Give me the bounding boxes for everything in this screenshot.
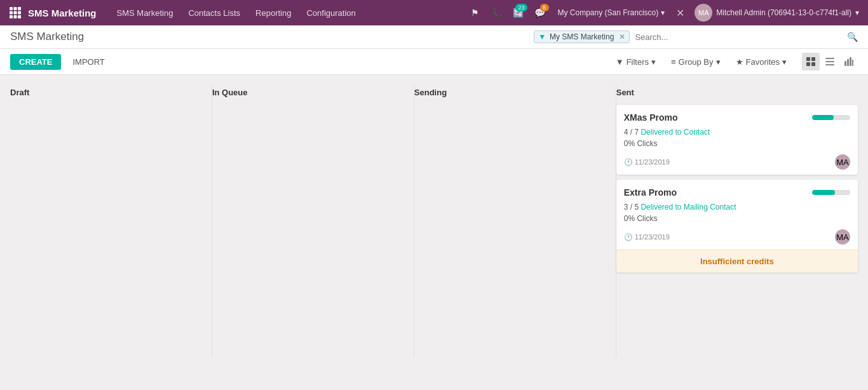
refresh-icon[interactable]: 🔄 23: [510, 4, 527, 22]
delivered-total-xmas: 7: [634, 128, 639, 137]
filter-tag-text: My SMS Marketing: [550, 32, 614, 41]
column-header-sending: Sending: [414, 85, 616, 105]
company-chevron-icon: ▾: [661, 8, 665, 17]
card-body-xmas: XMas Promo 4 / 7 Delivered to Contact 0%…: [616, 105, 858, 175]
user-menu[interactable]: MA Mitchell Admin (706941-13-0-c774f1-al…: [691, 4, 863, 22]
search-area: ▼ My SMS Marketing ✕: [429, 30, 848, 43]
search-icon[interactable]: 🔍: [847, 32, 858, 42]
chat-badge: 8: [540, 4, 549, 11]
filters-chevron-icon: ▾: [651, 57, 656, 67]
card-footer-extra: 🕐 11/23/2019 MA: [624, 227, 850, 245]
svg-rect-6: [10, 15, 13, 18]
import-button[interactable]: IMPORT: [66, 54, 111, 70]
card-avatar-extra: MA: [835, 229, 850, 245]
delivered-count-extra: 3: [624, 203, 628, 212]
svg-rect-12: [811, 62, 815, 66]
column-divider-2: [414, 85, 414, 357]
delivered-total-extra: 5: [634, 203, 639, 212]
top-nav: SMS Marketing SMS Marketing Contacts Lis…: [0, 0, 868, 25]
card-title-extra: Extra Promo: [624, 187, 677, 198]
svg-rect-9: [806, 57, 810, 61]
svg-rect-4: [14, 11, 17, 15]
nav-brand: SMS Marketing: [28, 8, 97, 18]
star-icon: ★: [736, 57, 743, 67]
groupby-label: Group By: [679, 57, 714, 67]
search-input[interactable]: [635, 32, 742, 42]
nav-link-configuration[interactable]: Configuration: [299, 0, 363, 25]
progress-bar-xmas: [812, 115, 850, 120]
filters-button[interactable]: ▼ Filters ▾: [611, 55, 661, 69]
card-top-xmas: XMas Promo: [624, 112, 850, 123]
progress-bar-fill-xmas: [812, 115, 834, 120]
clock-icon-extra: 🕐: [624, 233, 633, 241]
nav-link-reporting[interactable]: Reporting: [248, 0, 299, 25]
filter-tag-remove[interactable]: ✕: [619, 32, 625, 41]
filters-icon: ▼: [616, 57, 624, 67]
svg-rect-18: [850, 57, 851, 66]
svg-rect-17: [847, 59, 849, 66]
chart-view-button[interactable]: [840, 53, 858, 71]
kanban-column-draft: Draft: [10, 85, 212, 105]
filter-funnel-icon: ▼: [538, 32, 546, 41]
page-title: SMS Marketing: [10, 30, 429, 43]
card-avatar-xmas: MA: [835, 154, 850, 170]
card-title-xmas: XMas Promo: [624, 112, 678, 123]
toolbar: CREATE IMPORT ▼ Filters ▾ ≡ Group By ▾ ★…: [0, 49, 868, 75]
svg-rect-16: [844, 61, 846, 66]
sub-header: SMS Marketing ▼ My SMS Marketing ✕ 🔍: [0, 25, 868, 49]
bug-icon[interactable]: ⚑: [466, 4, 484, 22]
chat-icon[interactable]: 💬 8: [531, 4, 549, 22]
card-clicks-extra: 0% Clicks: [624, 214, 850, 223]
close-icon[interactable]: ✕: [674, 7, 687, 19]
user-avatar: MA: [695, 4, 712, 22]
svg-rect-8: [18, 15, 21, 18]
svg-rect-7: [14, 15, 17, 18]
insufficient-credits-banner[interactable]: Insufficient credits: [616, 250, 858, 272]
column-header-draft: Draft: [10, 85, 212, 105]
nav-link-contacts-lists[interactable]: Contacts Lists: [180, 0, 248, 25]
date-text-xmas: 11/23/2019: [635, 158, 670, 166]
phone-icon[interactable]: 📞: [488, 4, 506, 22]
user-chevron-icon: ▾: [855, 8, 859, 17]
company-selector[interactable]: My Company (San Francisco) ▾: [553, 8, 670, 17]
progress-bar-extra: [812, 190, 850, 195]
sent-cards: XMas Promo 4 / 7 Delivered to Contact 0%…: [616, 105, 858, 272]
clock-icon-xmas: 🕐: [624, 158, 633, 166]
groupby-chevron-icon: ▾: [716, 57, 721, 67]
groupby-button[interactable]: ≡ Group By ▾: [666, 55, 726, 69]
groupby-icon: ≡: [671, 57, 676, 67]
card-stats-extra: 3 / 5 Delivered to Mailing Contact: [624, 203, 850, 212]
column-divider-1: [212, 85, 212, 357]
svg-rect-1: [14, 7, 17, 10]
kanban-column-sending: Sending: [414, 85, 616, 105]
svg-rect-11: [806, 62, 810, 66]
date-text-extra: 11/23/2019: [635, 233, 670, 241]
delivered-count-xmas: 4: [624, 128, 628, 137]
kanban-column-sent: Sent XMas Promo 4 / 7 Delivered to Co: [616, 85, 858, 272]
kanban-column-in-queue: In Queue: [212, 85, 414, 105]
delivered-label-extra[interactable]: Delivered to Mailing Contact: [641, 203, 736, 212]
favorites-button[interactable]: ★ Favorites ▾: [731, 55, 792, 69]
card-date-xmas: 🕐 11/23/2019: [624, 158, 670, 166]
refresh-badge: 23: [515, 4, 527, 11]
delivered-label-xmas[interactable]: Delivered to Contact: [641, 128, 710, 137]
svg-rect-3: [10, 11, 13, 15]
card-clicks-xmas: 0% Clicks: [624, 139, 850, 148]
user-name: Mitchell Admin (706941-13-0-c774f1-all): [716, 8, 851, 17]
favorites-chevron-icon: ▾: [782, 57, 787, 67]
view-icons: [802, 53, 858, 71]
create-button[interactable]: CREATE: [10, 54, 61, 70]
card-footer-xmas: 🕐 11/23/2019 MA: [624, 152, 850, 170]
nav-link-sms-marketing[interactable]: SMS Marketing: [109, 0, 181, 25]
kanban-view-button[interactable]: [802, 53, 820, 71]
svg-rect-10: [811, 57, 815, 61]
card-extra-promo[interactable]: Extra Promo 3 / 5 Delivered to Mailing C…: [616, 180, 858, 272]
toolbar-right: ▼ Filters ▾ ≡ Group By ▾ ★ Favorites ▾: [611, 53, 858, 71]
card-stats-xmas: 4 / 7 Delivered to Contact: [624, 128, 850, 137]
apps-grid-icon[interactable]: [5, 3, 25, 23]
svg-rect-2: [18, 7, 21, 10]
svg-rect-13: [825, 58, 834, 59]
card-xmas-promo[interactable]: XMas Promo 4 / 7 Delivered to Contact 0%…: [616, 105, 858, 175]
svg-rect-19: [852, 60, 853, 66]
list-view-button[interactable]: [821, 53, 839, 71]
